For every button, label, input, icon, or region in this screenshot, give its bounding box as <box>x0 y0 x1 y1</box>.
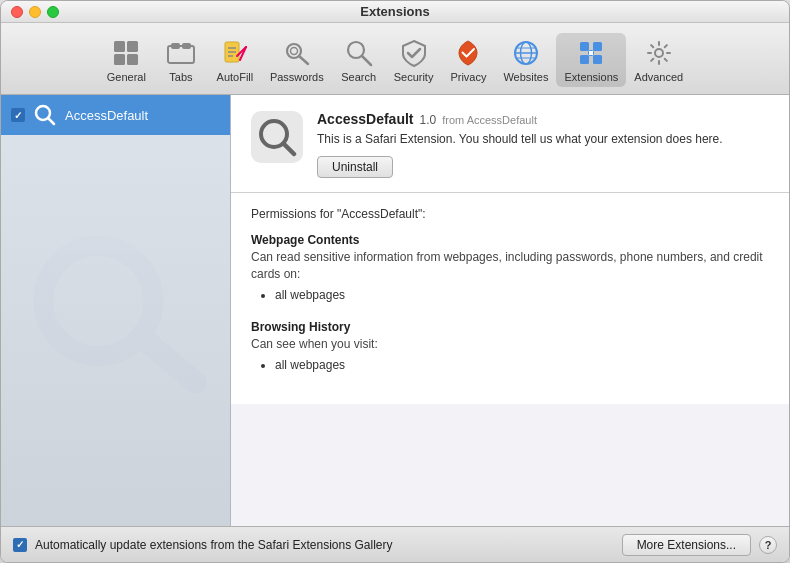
svg-line-35 <box>284 144 294 154</box>
toolbar-item-general[interactable]: General <box>99 33 154 87</box>
toolbar-item-security[interactable]: Security <box>386 33 442 87</box>
extension-header: AccessDefault 1.0 from AccessDefault Thi… <box>231 95 789 193</box>
permission-list-item: all webpages <box>275 286 769 305</box>
svg-rect-24 <box>580 42 589 51</box>
main-content: AccessDefault <box>1 95 789 526</box>
title-bar: Extensions <box>1 1 789 23</box>
auto-update-checkbox[interactable] <box>13 538 27 552</box>
permission-heading-browsing-history: Browsing History <box>251 320 769 334</box>
svg-point-15 <box>290 47 297 54</box>
watermark-search-icon <box>17 217 215 445</box>
toolbar-item-passwords[interactable]: Passwords <box>262 33 332 87</box>
bottom-bar: Automatically update extensions from the… <box>1 526 789 562</box>
toolbar-item-privacy[interactable]: Privacy <box>441 33 495 87</box>
security-label: Security <box>394 71 434 83</box>
extension-name: AccessDefault <box>317 111 414 127</box>
extension-name-row: AccessDefault 1.0 from AccessDefault <box>317 111 769 127</box>
permission-list-item: all webpages <box>275 356 769 375</box>
uninstall-button[interactable]: Uninstall <box>317 156 393 178</box>
svg-line-18 <box>362 56 371 65</box>
extensions-icon <box>575 37 607 69</box>
toolbar-item-tabs[interactable]: Tabs <box>154 33 208 87</box>
tabs-icon <box>165 37 197 69</box>
svg-rect-27 <box>593 55 602 64</box>
maximize-button[interactable] <box>47 6 59 18</box>
toolbar: General Tabs <box>1 23 789 95</box>
permissions-title: Permissions for "AccessDefault": <box>251 207 769 221</box>
permission-group-webpage-contents: Webpage Contents Can read sensitive info… <box>251 233 769 306</box>
passwords-icon <box>281 37 313 69</box>
passwords-label: Passwords <box>270 71 324 83</box>
security-icon <box>398 37 430 69</box>
auto-update-label: Automatically update extensions from the… <box>35 538 614 552</box>
toolbar-item-search[interactable]: Search <box>332 33 386 87</box>
close-button[interactable] <box>11 6 23 18</box>
tabs-label: Tabs <box>169 71 192 83</box>
permission-desc-webpage-contents: Can read sensitive information from webp… <box>251 249 769 283</box>
toolbar-item-autofill[interactable]: AutoFill <box>208 33 262 87</box>
extension-source: from AccessDefault <box>442 114 537 126</box>
main-window: Extensions General <box>0 0 790 563</box>
websites-icon <box>510 37 542 69</box>
toolbar-item-websites[interactable]: Websites <box>495 33 556 87</box>
svg-rect-0 <box>114 41 125 52</box>
svg-rect-28 <box>589 50 594 55</box>
svg-line-31 <box>48 118 54 124</box>
window-controls <box>11 6 59 18</box>
extensions-label: Extensions <box>564 71 618 83</box>
autofill-icon <box>219 37 251 69</box>
permission-group-browsing-history: Browsing History Can see when you visit:… <box>251 320 769 376</box>
permission-list-browsing-history: all webpages <box>251 356 769 375</box>
svg-rect-25 <box>593 42 602 51</box>
permission-desc-browsing-history: Can see when you visit: <box>251 336 769 353</box>
extension-description: This is a Safari Extension. You should t… <box>317 131 769 148</box>
help-button[interactable]: ? <box>759 536 777 554</box>
svg-rect-5 <box>171 43 180 49</box>
search-label: Search <box>341 71 376 83</box>
permissions-section: Permissions for "AccessDefault": Webpage… <box>231 193 789 404</box>
detail-panel: AccessDefault 1.0 from AccessDefault Thi… <box>231 95 789 526</box>
extension-logo <box>251 111 303 163</box>
sidebar: AccessDefault <box>1 95 231 526</box>
window-title: Extensions <box>360 4 429 19</box>
more-extensions-button[interactable]: More Extensions... <box>622 534 751 556</box>
toolbar-item-advanced[interactable]: Advanced <box>626 33 691 87</box>
permission-heading-webpage-contents: Webpage Contents <box>251 233 769 247</box>
advanced-label: Advanced <box>634 71 683 83</box>
autofill-label: AutoFill <box>217 71 254 83</box>
sidebar-extension-item[interactable]: AccessDefault <box>1 95 230 135</box>
svg-line-16 <box>299 56 308 64</box>
svg-rect-3 <box>127 54 138 65</box>
search-toolbar-icon <box>343 37 375 69</box>
sidebar-extension-icon <box>33 103 57 127</box>
svg-rect-26 <box>580 55 589 64</box>
extension-version: 1.0 <box>420 113 437 127</box>
websites-label: Websites <box>503 71 548 83</box>
svg-line-33 <box>141 332 195 386</box>
privacy-icon <box>452 37 484 69</box>
svg-rect-6 <box>182 43 191 49</box>
sidebar-watermark <box>1 135 230 526</box>
advanced-icon <box>643 37 675 69</box>
minimize-button[interactable] <box>29 6 41 18</box>
general-label: General <box>107 71 146 83</box>
sidebar-extension-name: AccessDefault <box>65 108 148 123</box>
svg-rect-1 <box>127 41 138 52</box>
svg-point-29 <box>655 49 663 57</box>
svg-rect-2 <box>114 54 125 65</box>
general-icon <box>110 37 142 69</box>
extension-info: AccessDefault 1.0 from AccessDefault Thi… <box>317 111 769 178</box>
privacy-label: Privacy <box>450 71 486 83</box>
permission-list-webpage-contents: all webpages <box>251 286 769 305</box>
extension-enabled-checkbox[interactable] <box>11 108 25 122</box>
toolbar-item-extensions[interactable]: Extensions <box>556 33 626 87</box>
